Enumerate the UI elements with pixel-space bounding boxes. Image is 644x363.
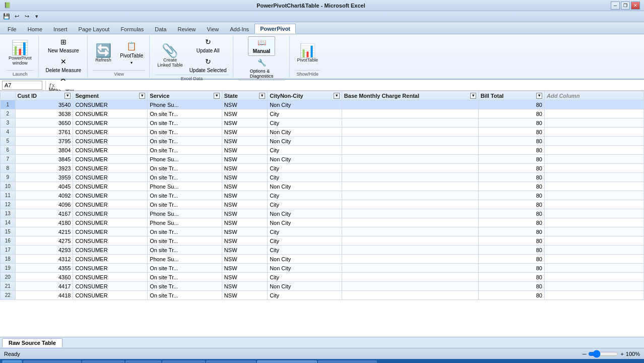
bill-total-cell[interactable]: 80: [478, 155, 544, 164]
table-row[interactable]: 204360CONSUMEROn site Tr...NSWCity80: [1, 273, 644, 282]
base-monthly-cell[interactable]: [342, 118, 478, 128]
service-cell[interactable]: On site Tr...: [148, 191, 222, 200]
segment-cell[interactable]: CONSUMER: [73, 191, 148, 200]
start-button[interactable]: ⊞: [2, 360, 22, 363]
base-monthly-cell[interactable]: [342, 155, 478, 164]
cust-id-cell[interactable]: 3650: [15, 118, 73, 128]
col-header-add[interactable]: Add Column: [544, 91, 643, 100]
state-cell[interactable]: NSW: [222, 164, 267, 173]
tab-review[interactable]: Review: [172, 24, 201, 34]
minimize-button[interactable]: ─: [611, 2, 620, 10]
base-monthly-cell[interactable]: [342, 109, 478, 118]
service-cell[interactable]: On site Tr...: [148, 137, 222, 146]
qat-undo[interactable]: ↩: [12, 12, 21, 21]
cust-id-cell[interactable]: 4092: [15, 191, 73, 200]
table-row[interactable]: 124096CONSUMEROn site Tr...NSWCity80: [1, 200, 644, 209]
cust-id-cell[interactable]: 4360: [15, 273, 73, 282]
col-header-bill[interactable]: Bill Total ▾: [478, 91, 544, 100]
close-button[interactable]: ✕: [631, 2, 640, 10]
table-row[interactable]: 144180CONSUMERPhone Su...NSWNon City80: [1, 218, 644, 227]
bill-total-cell[interactable]: 80: [478, 118, 544, 128]
service-cell[interactable]: On site Tr...: [148, 273, 222, 282]
state-cell[interactable]: NSW: [222, 191, 267, 200]
qat-save[interactable]: 💾: [2, 12, 11, 21]
state-cell[interactable]: NSW: [222, 118, 267, 128]
table-row[interactable]: 164275CONSUMEROn site Tr...NSWCity80: [1, 236, 644, 246]
bill-total-cell[interactable]: 80: [478, 209, 544, 218]
base-monthly-cell[interactable]: [342, 100, 478, 109]
bill-total-cell[interactable]: 80: [478, 173, 544, 182]
table-row[interactable]: 13540CONSUMERPhone Su...NSWNon City80: [1, 100, 644, 109]
state-cell[interactable]: NSW: [222, 128, 267, 137]
bill-total-cell[interactable]: 80: [478, 146, 544, 155]
base-monthly-cell[interactable]: [342, 273, 478, 282]
filter-segment[interactable]: ▾: [139, 93, 145, 99]
state-cell[interactable]: NSW: [222, 282, 267, 291]
table-row[interactable]: 104045CONSUMERPhone Su...NSWNon City80: [1, 182, 644, 191]
city-cell[interactable]: Non City: [268, 282, 342, 291]
city-cell[interactable]: City: [268, 109, 342, 118]
city-cell[interactable]: City: [268, 246, 342, 255]
cust-id-cell[interactable]: 4312: [15, 255, 73, 264]
delete-measure-button[interactable]: ✕ Delete Measure: [44, 56, 84, 75]
state-cell[interactable]: NSW: [222, 273, 267, 282]
base-monthly-cell[interactable]: [342, 128, 478, 137]
segment-cell[interactable]: CONSUMER: [73, 246, 148, 255]
base-monthly-cell[interactable]: [342, 282, 478, 291]
table-row[interactable]: 224418CONSUMEROn site Tr...NSWCity80: [1, 291, 644, 300]
add-column-cell[interactable]: [544, 118, 643, 128]
tab-view[interactable]: View: [202, 24, 225, 34]
filter-bill[interactable]: ▾: [536, 93, 542, 99]
zoom-out-icon[interactable]: ─: [583, 351, 587, 357]
city-cell[interactable]: City: [268, 173, 342, 182]
service-cell[interactable]: On site Tr...: [148, 282, 222, 291]
base-monthly-cell[interactable]: [342, 236, 478, 246]
add-column-cell[interactable]: [544, 173, 643, 182]
segment-cell[interactable]: CONSUMER: [73, 173, 148, 182]
city-cell[interactable]: Non City: [268, 137, 342, 146]
segment-cell[interactable]: CONSUMER: [73, 273, 148, 282]
table-row[interactable]: 114092CONSUMEROn site Tr...NSWCity80: [1, 191, 644, 200]
refresh-button[interactable]: 🔄 Refresh: [93, 42, 114, 64]
col-header-state[interactable]: State ▾: [222, 91, 267, 100]
segment-cell[interactable]: CONSUMER: [73, 227, 148, 236]
base-monthly-cell[interactable]: [342, 227, 478, 236]
restore-button[interactable]: ❐: [621, 2, 630, 10]
table-row[interactable]: 214417CONSUMEROn site Tr...NSWNon City80: [1, 282, 644, 291]
state-cell[interactable]: NSW: [222, 291, 267, 300]
city-cell[interactable]: Non City: [268, 128, 342, 137]
zoom-slider[interactable]: [588, 352, 618, 356]
state-cell[interactable]: NSW: [222, 137, 267, 146]
service-cell[interactable]: Phone Su...: [148, 100, 222, 109]
base-monthly-cell[interactable]: [342, 255, 478, 264]
state-cell[interactable]: NSW: [222, 173, 267, 182]
base-monthly-cell[interactable]: [342, 191, 478, 200]
base-monthly-cell[interactable]: [342, 164, 478, 173]
segment-cell[interactable]: CONSUMER: [73, 109, 148, 118]
cust-id-cell[interactable]: 3795: [15, 137, 73, 146]
bill-total-cell[interactable]: 80: [478, 264, 544, 273]
base-monthly-cell[interactable]: [342, 264, 478, 273]
add-column-cell[interactable]: [544, 100, 643, 109]
segment-cell[interactable]: CONSUMER: [73, 155, 148, 164]
powerpivot-window-button[interactable]: 📊 PowerPivotwindow: [6, 39, 34, 67]
col-header-base[interactable]: Base Monthly Charge Rental ▾: [342, 91, 478, 100]
col-header-city[interactable]: CityNon-City ▾: [268, 91, 342, 100]
base-monthly-cell[interactable]: [342, 182, 478, 191]
table-row[interactable]: 93959CONSUMEROn site Tr...NSWCity80: [1, 173, 644, 182]
state-cell[interactable]: NSW: [222, 255, 267, 264]
bill-total-cell[interactable]: 80: [478, 100, 544, 109]
segment-cell[interactable]: CONSUMER: [73, 164, 148, 173]
city-cell[interactable]: Non City: [268, 182, 342, 191]
filter-city[interactable]: ▾: [334, 93, 340, 99]
bill-total-cell[interactable]: 80: [478, 218, 544, 227]
service-cell[interactable]: Phone Su...: [148, 255, 222, 264]
city-cell[interactable]: Non City: [268, 155, 342, 164]
new-measure-button[interactable]: ⊞ New Measure: [44, 36, 84, 55]
table-row[interactable]: 83923CONSUMEROn site Tr...NSWCity80: [1, 164, 644, 173]
state-cell[interactable]: NSW: [222, 209, 267, 218]
base-monthly-cell[interactable]: [342, 200, 478, 209]
taskbar-item-camstudio[interactable]: 🎬 CamStudio: [82, 360, 124, 363]
city-cell[interactable]: Non City: [268, 218, 342, 227]
add-column-cell[interactable]: [544, 191, 643, 200]
